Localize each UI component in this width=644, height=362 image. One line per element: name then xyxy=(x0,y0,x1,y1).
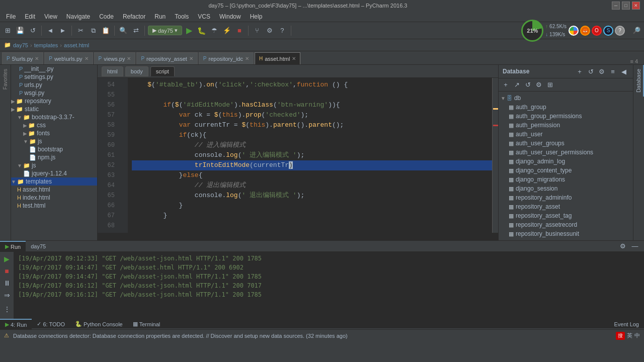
db-toolbar-grid[interactable]: ⊞ xyxy=(545,80,555,90)
db-toolbar-sync[interactable]: ↺ xyxy=(523,80,533,90)
coverage-button[interactable]: ☂ xyxy=(209,25,220,36)
menu-code[interactable]: Code xyxy=(95,12,118,21)
cut-button[interactable]: ✂ xyxy=(75,25,86,36)
db-refresh-button[interactable]: ↺ xyxy=(586,66,596,76)
tree-item-repository[interactable]: ▶ 📁 repository xyxy=(11,97,97,105)
bc-item-day75[interactable]: day75 xyxy=(13,42,28,48)
footer-tab-eventlog[interactable]: Event Log xyxy=(609,319,644,330)
tab-weburls[interactable]: P web\urls.py ✕ xyxy=(44,52,93,64)
menu-refactor[interactable]: Refactor xyxy=(119,12,149,21)
tree-item-bootstrap[interactable]: ▼ 📁 bootstrap-3.3.7- xyxy=(11,113,97,121)
tab-close-6[interactable]: ✕ xyxy=(292,56,296,61)
run-pause-button[interactable]: ⏸ xyxy=(2,278,12,288)
tree-item-css[interactable]: ▶ 📁 css xyxy=(11,121,97,129)
tree-item-templates[interactable]: ▼ 📁 templates xyxy=(11,177,97,186)
footer-tab-todo[interactable]: ✓ 6: TODO xyxy=(32,319,70,330)
tree-item-init[interactable]: P __init__.py xyxy=(11,65,97,73)
tab-close-1[interactable]: ✕ xyxy=(35,56,39,61)
lang-tab-html[interactable]: html xyxy=(102,66,123,76)
tab-repo-asset[interactable]: P repository_asset ✕ xyxy=(136,52,197,64)
run-play-button[interactable]: ▶ xyxy=(184,25,195,36)
db-item-django-session[interactable]: ▦ django_session xyxy=(499,184,633,193)
project-button[interactable]: ⊞ xyxy=(2,25,13,36)
db-item-django-content[interactable]: ▦ django_content_type xyxy=(499,166,633,175)
tree-item-fonts[interactable]: ▶ 📁 fonts xyxy=(11,129,97,137)
tree-item-bootstrap-js[interactable]: 📄 bootstrap xyxy=(11,145,97,153)
bottom-settings-button[interactable]: ⚙ xyxy=(618,241,628,251)
menu-edit[interactable]: Edit xyxy=(21,12,39,21)
menu-view[interactable]: View xyxy=(40,12,61,21)
opera-icon[interactable]: O xyxy=(592,26,602,36)
menu-navigate[interactable]: Navigate xyxy=(62,12,94,21)
menu-run[interactable]: Run xyxy=(150,12,170,21)
db-item-repo-admininfo[interactable]: ▦ repository_admininfo xyxy=(499,193,633,202)
tab-close-2[interactable]: ✕ xyxy=(85,56,89,61)
run-restart-button[interactable]: ▶ xyxy=(2,254,12,264)
run-stop-button[interactable]: ■ xyxy=(2,266,12,276)
db-item-auth-group[interactable]: ▦ auth_group xyxy=(499,103,633,112)
tab-views[interactable]: P views.py ✕ xyxy=(94,52,136,64)
db-item-repo-disk[interactable]: ▦ repository_disk xyxy=(499,238,633,240)
db-item-repo-assetrecord[interactable]: ▦ repository_assetrecord xyxy=(499,220,633,229)
tree-item-asset-html[interactable]: H asset.html xyxy=(11,186,97,194)
db-collapse-button[interactable]: ◀ xyxy=(619,66,629,76)
copy-button[interactable]: ⧉ xyxy=(88,25,99,36)
db-add-button[interactable]: + xyxy=(575,66,585,76)
forward-button[interactable]: ► xyxy=(57,25,68,36)
bottom-close-button[interactable]: — xyxy=(630,241,640,251)
debug-button[interactable]: 🐛 xyxy=(196,25,207,36)
bc-item-templates[interactable]: templates xyxy=(34,42,58,48)
menu-vcs[interactable]: VCS xyxy=(194,12,214,21)
db-toolbar-add[interactable]: + xyxy=(501,80,511,90)
replace-button[interactable]: ⇄ xyxy=(130,25,141,36)
db-layout-button[interactable]: ≡ xyxy=(608,66,618,76)
tree-item-index-html[interactable]: H index.html xyxy=(11,194,97,202)
safari-icon[interactable]: S xyxy=(603,26,613,36)
tab-close-5[interactable]: ✕ xyxy=(245,56,249,61)
tree-item-test-html[interactable]: H test.html xyxy=(11,202,97,210)
tree-item-wsgi[interactable]: P wsgi.py xyxy=(11,89,97,97)
menu-window[interactable]: Window xyxy=(215,12,245,21)
db-toolbar-open[interactable]: ↗ xyxy=(512,80,522,90)
menu-file[interactable]: File xyxy=(2,12,20,21)
tree-item-js2[interactable]: ▼ 📁 js xyxy=(11,161,97,169)
lang-tab-body[interactable]: body xyxy=(125,66,148,76)
rvt-db[interactable]: Database xyxy=(634,65,644,97)
tree-item-npm[interactable]: 📄 npm.js xyxy=(11,153,97,161)
tab-repo-idc[interactable]: P repository_idc ✕ xyxy=(199,52,254,64)
footer-tab-python-console[interactable]: 🐍 Python Console xyxy=(70,319,128,330)
db-item-auth-group-perm[interactable]: ▦ auth_group_permissions xyxy=(499,112,633,121)
sohu-icon[interactable]: 搜 xyxy=(616,332,625,340)
menu-tools[interactable]: Tools xyxy=(171,12,193,21)
right-gutter[interactable] xyxy=(492,78,498,233)
run-forward-button[interactable]: ⇒ xyxy=(2,290,12,300)
back-button[interactable]: ◄ xyxy=(45,25,56,36)
profile-button[interactable]: ⚡ xyxy=(221,25,232,36)
tab-urls-partial[interactable]: P 5\urls.py ✕ xyxy=(2,52,43,64)
unknown-browser[interactable]: ? xyxy=(615,26,625,36)
firefox-icon[interactable]: 🦊 xyxy=(580,26,590,36)
tree-item-jquery[interactable]: 📄 jquery-1.12.4 xyxy=(11,169,97,177)
tab-close-3[interactable]: ✕ xyxy=(127,56,131,61)
tab-close-4[interactable]: ✕ xyxy=(189,56,193,61)
footer-tab-run[interactable]: ▶ 4: Run xyxy=(0,319,32,330)
db-item-django-migrations[interactable]: ▦ django_migrations xyxy=(499,175,633,184)
db-item-repo-asset[interactable]: ▦ repository_asset xyxy=(499,202,633,211)
bottom-tab-run[interactable]: ▶ Run xyxy=(0,241,26,252)
chrome-icon[interactable] xyxy=(569,26,579,36)
tree-item-urls[interactable]: P urls.py xyxy=(11,81,97,89)
db-item-auth-perm[interactable]: ▦ auth_permission xyxy=(499,121,633,130)
settings-button[interactable]: ⚙ xyxy=(264,25,275,36)
db-item-repo-asset-tag[interactable]: ▦ repository_asset_tag xyxy=(499,211,633,220)
save-button[interactable]: 💾 xyxy=(15,25,26,36)
db-toolbar-settings2[interactable]: ⚙ xyxy=(534,80,544,90)
db-item-repo-businessunit[interactable]: ▦ repository_businessunit xyxy=(499,229,633,238)
ime-indicator[interactable]: 中 xyxy=(634,332,640,339)
perf-widget[interactable]: 21% ↑ 62.5K/s ↓ 139K/s 🦊 O S ? 🔎 xyxy=(521,20,642,42)
tree-item-settings[interactable]: P settings.py xyxy=(11,73,97,81)
vcs-button[interactable]: ⑂ xyxy=(252,25,263,36)
db-item-django-admin[interactable]: ▦ django_admin_log xyxy=(499,157,633,166)
bottom-tab-day75[interactable]: day75 xyxy=(26,241,51,252)
db-item-auth-user-perms[interactable]: ▦ auth_user_user_permissions xyxy=(499,148,633,157)
menu-help[interactable]: Help xyxy=(246,12,267,21)
